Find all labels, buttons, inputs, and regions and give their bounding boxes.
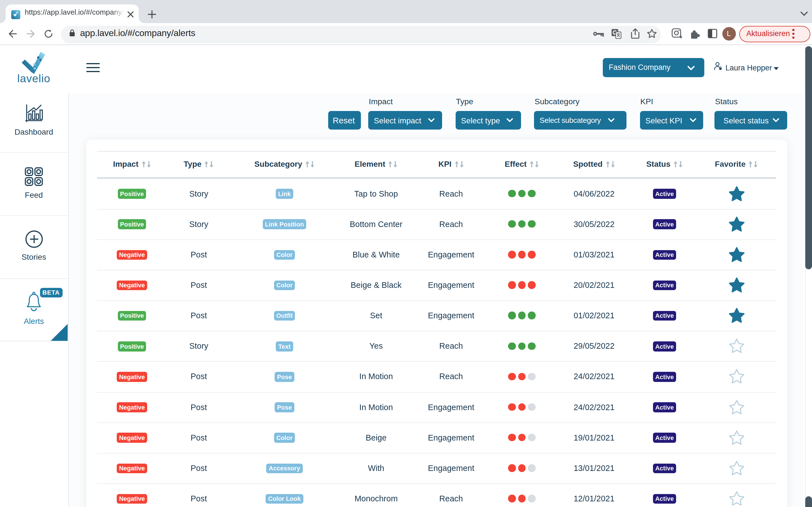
svg-text:lavelio: lavelio bbox=[17, 72, 50, 84]
